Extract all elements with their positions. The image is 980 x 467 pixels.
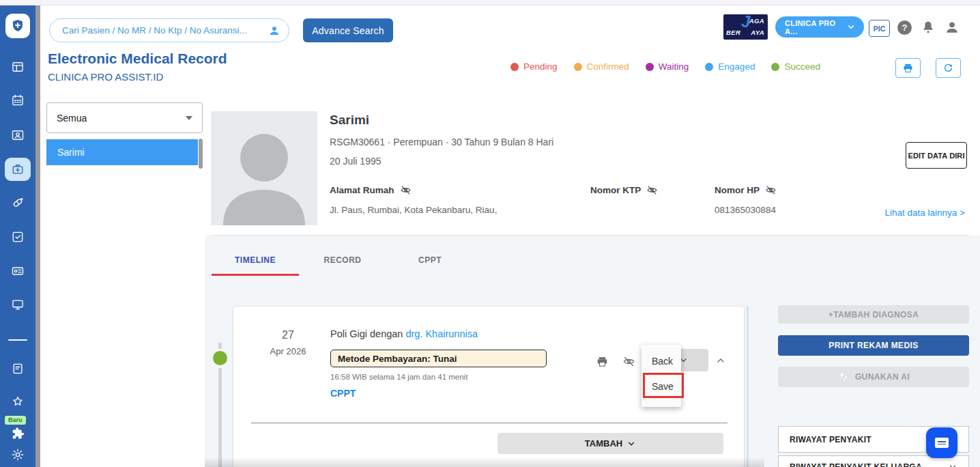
clinic-selector-dropdown[interactable]: CLINICA PRO A...	[775, 16, 864, 38]
ktp-label: Nomor KTP	[590, 185, 641, 195]
sidebar-item-patients[interactable]	[11, 128, 25, 142]
sidebar-item-addons[interactable]	[11, 427, 25, 440]
patient-search	[49, 18, 289, 42]
legend-label: Waiting	[659, 61, 689, 72]
app-logo[interactable]	[5, 14, 30, 38]
baru-badge: Baru	[5, 416, 26, 425]
legend-engaged: Engaged	[705, 61, 755, 72]
patient-name: Sarimi	[330, 113, 369, 128]
sidebar-item-billing[interactable]	[11, 264, 25, 278]
patient-meta: RSGM30661 · Perempuan · 30 Tahun 9 Bulan…	[330, 137, 553, 147]
menu-item-back[interactable]: Back	[652, 356, 673, 367]
sidebar-item-settings[interactable]	[11, 448, 25, 462]
filter-value: Semua	[57, 113, 87, 124]
bottom-scroll-fade	[205, 457, 764, 467]
patient-filter-select[interactable]: Semua	[46, 102, 203, 133]
notifications-button[interactable]	[921, 20, 936, 35]
logo-text-left: BER	[726, 29, 740, 36]
tab-record[interactable]: RECORD	[299, 255, 386, 265]
collapse-visit-button[interactable]	[715, 355, 726, 366]
legend-succeed: Succeed	[771, 61, 820, 72]
advance-search-button[interactable]: Advance Search	[303, 18, 393, 42]
tab-cppt[interactable]: CPPT	[386, 255, 474, 265]
save-highlight-annotation	[643, 373, 684, 398]
patient-avatar	[211, 111, 317, 225]
sidebar-item-reports[interactable]	[11, 362, 25, 376]
ktp-field: Nomor KTP	[590, 184, 658, 196]
chat-widget-button[interactable]	[926, 427, 957, 458]
chevron-up-icon	[715, 355, 726, 366]
user-icon	[945, 20, 960, 35]
bell-icon	[921, 20, 936, 35]
visit-card: 27 Apr 2026 Poli Gigi dengan drg. Khairu…	[233, 306, 745, 467]
card-divider	[251, 423, 727, 423]
legend-label: Pending	[523, 61, 558, 72]
status-legend: Pending Confirmed Waiting Engaged Succee…	[510, 61, 820, 72]
pic-button[interactable]: PIC	[869, 20, 890, 37]
patient-list-scrollbar[interactable]	[199, 139, 203, 169]
sidebar-item-pharmacy[interactable]	[11, 196, 25, 210]
print-rekam-medis-button[interactable]: PRINT REKAM MEDIS	[778, 335, 969, 356]
lihat-data-lainnya-link[interactable]: Lihat data lainnya >	[885, 208, 965, 218]
tambah-dropdown-button[interactable]: TAMBAH	[498, 433, 723, 454]
page-scrollbar[interactable]	[35, 5, 40, 467]
pill-icon	[11, 196, 25, 210]
eye-off-icon[interactable]	[400, 184, 412, 196]
clinic-selector-label: CLINICA PRO A...	[785, 19, 846, 36]
page-title: Electronic Medical Record	[48, 51, 227, 67]
visit-month-year: Apr 2026	[261, 346, 315, 356]
dashboard-icon	[11, 60, 25, 74]
eye-off-icon[interactable]	[646, 184, 658, 196]
legend-label: Confirmed	[587, 61, 629, 72]
caret-down-icon	[186, 116, 192, 120]
edit-data-diri-button[interactable]: EDIT DATA DIRI	[906, 142, 967, 169]
visit-title: Poli Gigi dengan drg. Khairunnisa	[330, 328, 478, 339]
puzzle-icon	[11, 427, 25, 440]
card-scrollbar[interactable]	[747, 306, 749, 467]
print-visit-button[interactable]	[596, 355, 609, 368]
phone-label: Nomor HP	[715, 185, 760, 195]
hide-visit-button[interactable]	[622, 355, 635, 368]
sidebar-item-dashboard[interactable]	[11, 60, 25, 74]
print-page-button[interactable]	[895, 58, 921, 78]
doctor-link[interactable]: drg. Khairunnisa	[405, 328, 478, 339]
legend-label: Engaged	[718, 61, 755, 72]
eye-off-icon[interactable]	[765, 184, 777, 196]
timeline-rail-stub	[218, 343, 222, 349]
address-value: Jl. Paus, Rumbai, Kota Pekanbaru, Riau,	[330, 205, 497, 215]
address-label: Alamat Rumah	[330, 185, 394, 195]
active-tab-underline	[212, 274, 299, 276]
sidebar-item-display[interactable]	[11, 298, 25, 311]
succeed-dot-icon	[771, 63, 779, 71]
tambah-diagnosa-button[interactable]: +TAMBAH DIAGNOSA	[778, 305, 969, 324]
logo-text-top: AGA	[749, 17, 764, 25]
gunakan-ai-button[interactable]: GUNAKAN AI	[778, 367, 969, 387]
eye-off-icon	[622, 355, 635, 368]
account-button[interactable]	[945, 20, 960, 35]
refresh-button[interactable]	[936, 58, 961, 78]
task-check-icon	[11, 230, 25, 244]
waiting-dot-icon	[646, 63, 654, 71]
riwayat-penyakit-label: RIWAYAT PENYAKIT	[790, 435, 871, 444]
sidebar-item-medical-record-active[interactable]	[5, 158, 31, 181]
jagaberjaya-logo: AGA J BER AYA	[723, 14, 768, 40]
logo-text-j: J	[741, 14, 751, 31]
patient-list-item-selected[interactable]: Sarimi	[46, 139, 198, 165]
chevron-down-icon	[948, 462, 957, 467]
tambah-label: TAMBAH	[585, 438, 622, 449]
cppt-link[interactable]: CPPT	[330, 388, 356, 399]
refresh-icon	[942, 62, 954, 74]
payment-method-box: Metode Pembayaran: Tunai	[330, 350, 547, 367]
sidebar-item-tasks[interactable]	[11, 230, 25, 244]
phone-field: Nomor HP	[715, 184, 777, 196]
tab-timeline[interactable]: TIMELINE	[212, 255, 299, 265]
search-input[interactable]	[62, 19, 267, 41]
help-button[interactable]: ?	[897, 20, 912, 35]
clinic-name-subtitle: CLINICA PRO ASSIST.ID	[48, 71, 163, 83]
riwayat-penyakit-keluarga-label: RIWAYAT PENYAKIT KELUARGA	[790, 462, 922, 467]
sidebar-item-schedule[interactable]	[11, 94, 25, 107]
sidebar-item-favorites[interactable]	[11, 395, 25, 408]
notes-icon	[11, 362, 25, 376]
legend-label: Succeed	[784, 61, 820, 72]
patient-card-icon	[11, 128, 25, 142]
